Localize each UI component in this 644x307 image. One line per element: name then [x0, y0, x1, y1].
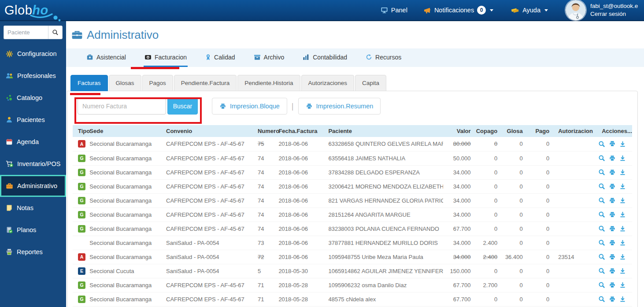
row-download-icon[interactable] — [619, 267, 626, 274]
row-search-icon[interactable] — [598, 197, 605, 204]
cell-text: Seccional Bucaramanga — [89, 240, 152, 246]
help-link[interactable]: Ayuda — [511, 7, 548, 14]
sidebar-item-reportes[interactable]: Reportes — [0, 241, 66, 263]
column-header-acciones: Acciones... — [596, 125, 632, 137]
tipo-badge: G — [78, 197, 85, 204]
cell-tipo: G — [73, 151, 89, 165]
row-search-icon[interactable] — [598, 141, 605, 148]
row-search-icon[interactable] — [598, 267, 605, 274]
row-print-icon[interactable] — [609, 169, 616, 176]
cell-copago: 0 — [474, 264, 501, 278]
cell-numero: 74 — [258, 151, 278, 165]
subtab-autorizaciones[interactable]: Autorizaciones — [301, 75, 355, 91]
row-print-icon[interactable] — [609, 254, 616, 260]
row-actions — [596, 141, 629, 148]
cell-text: 0 — [519, 169, 522, 176]
user-avatar[interactable] — [566, 0, 586, 20]
sidebar-item-catalogo[interactable]: Catalogo — [0, 87, 66, 109]
row-search-icon[interactable] — [598, 253, 605, 260]
row-download-icon[interactable] — [619, 197, 626, 204]
row-download-icon[interactable] — [619, 141, 626, 148]
cell-convenio: CAFREPCOM EPS - AF-45-67 — [166, 165, 258, 179]
cell-text: 73 — [258, 240, 264, 246]
sidebar-item-planos[interactable]: Planos — [0, 219, 66, 241]
row-print-icon[interactable] — [609, 211, 616, 218]
row-download-icon[interactable] — [619, 169, 626, 176]
panel-link[interactable]: Panel — [381, 7, 407, 14]
tipo-badge: G — [78, 225, 85, 233]
row-search-icon[interactable] — [598, 225, 605, 232]
subtab-glosas[interactable]: Glosas — [109, 75, 141, 91]
buscar-button[interactable]: Buscar — [167, 98, 198, 115]
cell-sede: Seccional Cucuta — [89, 264, 166, 278]
cell-text: 0 — [546, 268, 549, 274]
row-download-icon[interactable] — [619, 211, 626, 218]
logo-swoosh-icon — [30, 13, 65, 22]
notifications-link[interactable]: Notificaciones 0 — [423, 6, 493, 15]
row-print-icon[interactable] — [609, 240, 616, 246]
cell-autorizacion — [553, 236, 596, 250]
row-print-icon[interactable] — [609, 183, 616, 190]
cell-text: 2.400 — [483, 240, 498, 246]
row-download-icon[interactable] — [619, 281, 626, 289]
app-logo[interactable]: Globho — [4, 3, 70, 18]
patient-search-input[interactable] — [4, 26, 48, 39]
row-search-icon[interactable] — [598, 281, 605, 289]
cell-valor: 34.000 — [443, 179, 474, 193]
row-search-icon[interactable] — [598, 155, 605, 162]
row-print-icon[interactable] — [609, 155, 616, 162]
invoice-number-input[interactable] — [78, 98, 166, 115]
impresion-resumen-button[interactable]: Impresion.Resumen — [298, 98, 381, 115]
cell-text: 2018-06-06 — [278, 211, 308, 218]
row-search-icon[interactable] — [598, 169, 605, 176]
tab-archivo[interactable]: Archivo — [253, 48, 285, 67]
row-search-icon[interactable] — [598, 296, 605, 303]
sidebar-item-agenda[interactable]: Agenda — [0, 131, 66, 153]
sidebar-item-profesionales[interactable]: Profesionales — [0, 65, 66, 87]
tab-recursos[interactable]: Recursos — [365, 48, 402, 67]
row-download-icon[interactable] — [619, 183, 626, 190]
cell-text: Seccional Bucaramanga — [89, 254, 152, 260]
subtab-facturas[interactable]: Facturas — [70, 75, 108, 91]
row-search-icon[interactable] — [598, 239, 605, 246]
logout-link[interactable]: Cerrar sesión — [590, 10, 644, 18]
row-download-icon[interactable] — [619, 239, 626, 246]
sidebar-item-notas[interactable]: Notas — [0, 197, 66, 219]
row-print-icon[interactable] — [609, 197, 616, 204]
tab-asistencial[interactable]: Asistencial — [85, 48, 127, 67]
sidebar-item-administrativo[interactable]: Administrativo — [0, 175, 66, 197]
sidebar-item-inventario-pos[interactable]: Inventario/POS — [0, 153, 66, 175]
row-print-icon[interactable] — [609, 226, 616, 232]
tab-contabilidad[interactable]: Contabilidad — [302, 48, 348, 67]
column-header-valor: Valor — [443, 125, 474, 137]
subtab-pendiente-historia[interactable]: Pendiente.Historia — [237, 75, 300, 91]
cell-convenio: CAFREPCOM EPS - AF-45-67 — [166, 292, 258, 306]
subtab-pagos[interactable]: Pagos — [142, 75, 173, 91]
sidebar-item-configuracion[interactable]: Configuracion — [0, 43, 66, 65]
row-download-icon[interactable] — [619, 155, 626, 162]
barchart-icon — [303, 54, 310, 60]
sidebar-item-pacientes[interactable]: Pacientes — [0, 109, 66, 131]
row-download-icon[interactable] — [619, 225, 626, 232]
row-actions — [596, 281, 629, 289]
row-print-icon[interactable] — [609, 268, 616, 274]
row-download-icon[interactable] — [619, 296, 626, 303]
row-search-icon[interactable] — [598, 183, 605, 190]
impresion-bloque-button[interactable]: Impresion.Bloque — [212, 98, 287, 115]
row-search-icon[interactable] — [598, 211, 605, 218]
cell-tipo: G — [73, 278, 89, 292]
row-print-icon[interactable] — [609, 296, 616, 303]
patient-search-button[interactable] — [48, 26, 63, 39]
row-print-icon[interactable] — [609, 282, 616, 289]
cell-pago: 0 — [526, 236, 553, 250]
row-download-icon[interactable] — [619, 253, 626, 260]
cell-fecha: 2018-06-06 — [278, 222, 328, 236]
cell-pago: 0 — [526, 264, 553, 278]
row-print-icon[interactable] — [609, 141, 616, 147]
tipo-badge: G — [78, 281, 85, 289]
subtab-pendiente-factura[interactable]: Pendiente.Factura — [174, 75, 237, 91]
table-row: GSeccional BucaramangaCAFREPCOM EPS - AF… — [73, 278, 632, 292]
tab-facturacion[interactable]: Facturacion — [144, 48, 188, 67]
tab-calidad[interactable]: Calidad — [204, 48, 236, 67]
subtab-capita[interactable]: Capita — [355, 75, 386, 91]
